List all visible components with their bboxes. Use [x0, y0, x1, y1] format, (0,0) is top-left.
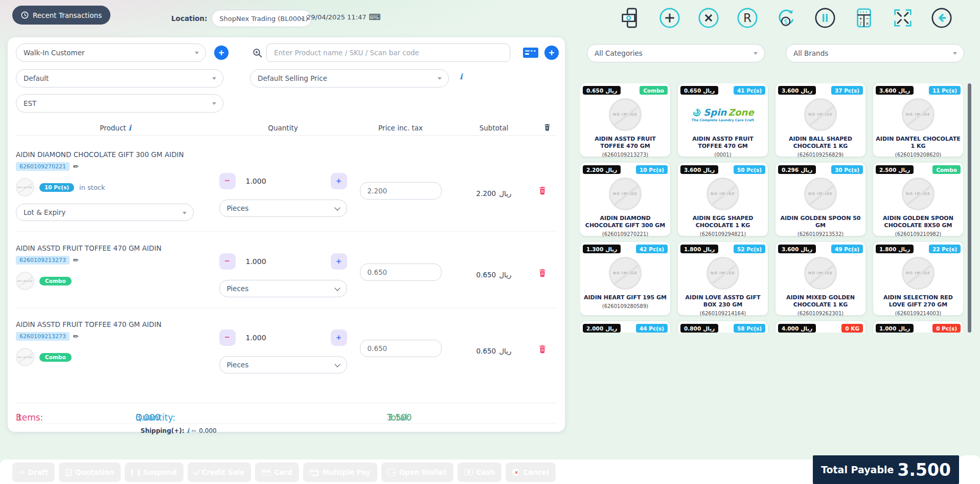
edit-product-icon[interactable]: ✏ — [73, 333, 79, 340]
footer-action-button[interactable]: Draft — [12, 463, 55, 482]
stock-badge: Combo — [932, 165, 961, 174]
remove-row-button[interactable] — [537, 268, 548, 279]
zoom-search-icon[interactable] — [252, 48, 263, 58]
customer-select[interactable]: Walk-In Customer — [16, 43, 206, 62]
product-card[interactable]: 1.300ريال 42 Pc(s) NO IMAGE AIDIN HEART … — [580, 242, 670, 315]
brands-select[interactable]: All Brands — [786, 44, 964, 62]
footer-action-button[interactable]: Multiple Pay — [303, 463, 377, 482]
product-card[interactable]: 3.600ريال 50 Pc(s) NO IMAGE AIDIN EGG SH… — [678, 163, 768, 236]
remove-row-button[interactable] — [537, 344, 548, 355]
price-group-select[interactable]: Default — [16, 69, 223, 87]
cash-register-button[interactable] — [619, 6, 643, 30]
footer-button-icon — [19, 469, 25, 476]
selling-price-info-icon[interactable]: i — [460, 72, 463, 81]
product-card[interactable]: 0.296ريال 30 Pc(s) NO IMAGE AIDIN GOLDEN… — [776, 163, 865, 236]
pause-button[interactable] — [813, 6, 837, 30]
product-name: AIDIN DANTEL CHOCOLATE 1 KG — [873, 136, 963, 150]
pos-screen: Recent Transactions Location: ShopNex Tr… — [0, 0, 980, 484]
price-badge: 2.000ريال — [583, 324, 621, 333]
calculator-button[interactable]: +−/× — [852, 6, 876, 30]
price-input[interactable] — [360, 340, 442, 357]
product-card[interactable]: 3.600ريال 37 Pc(s) NO IMAGE AIDIN BALL S… — [776, 83, 865, 157]
edit-product-icon[interactable]: ✏ — [73, 163, 79, 170]
add-customer-button[interactable]: + — [214, 46, 229, 60]
trash-icon — [537, 268, 548, 278]
product-card[interactable]: 0.800ريال 58 Pc(s) NO IMAGE — [678, 321, 768, 333]
quantity-increase-button[interactable]: + — [331, 329, 347, 346]
shipping-edit-icon[interactable]: ✏ — [192, 428, 196, 434]
product-card[interactable]: 2.500ريال Combo NO IMAGE AIDIN GOLDEN SP… — [873, 163, 963, 236]
keyboard-icon[interactable]: ⌨ — [369, 12, 381, 22]
stock-badge: 49 Pc(s) — [831, 245, 863, 253]
edit-product-icon[interactable]: ✏ — [73, 256, 79, 264]
unit-select[interactable]: Pieces — [219, 356, 347, 373]
footer-action-button[interactable]: Open Wallet — [381, 463, 453, 482]
refund-button[interactable]: $ — [774, 6, 798, 30]
price-badge: 0.650ريال — [680, 86, 718, 95]
product-image-placeholder: NO IMAGE — [776, 98, 865, 131]
price-input[interactable] — [360, 182, 442, 200]
stock-badge: Combo — [640, 86, 668, 95]
quantity-increase-button[interactable]: + — [331, 253, 347, 270]
cart-product-cell: AIDIN ASSTD FRUIT TOFFEE 470 GM AIDIN 62… — [16, 320, 215, 373]
register-button[interactable]: R — [736, 6, 759, 30]
fullscreen-button[interactable] — [891, 6, 915, 30]
recent-transactions-button[interactable]: Recent Transactions — [12, 6, 110, 25]
product-card[interactable]: 2.200ريال 10 Pc(s) NO IMAGE AIDIN DIAMON… — [580, 163, 670, 236]
categories-select[interactable]: All Categories — [587, 44, 765, 62]
product-code: (6260109270221) — [580, 231, 670, 237]
keypad-icon[interactable] — [523, 48, 538, 58]
price-input[interactable] — [360, 263, 442, 281]
product-grid: 0.650ريال Combo NO IMAGE AIDIN ASSTD FRU… — [580, 83, 964, 333]
back-button[interactable] — [930, 6, 953, 30]
product-card[interactable]: 0.650ريال 41 Pc(s) Spin Zone The Complet… — [678, 83, 768, 157]
close-button[interactable] — [697, 6, 720, 30]
unit-value: Pieces — [227, 204, 249, 212]
selling-price-select[interactable]: Default Selling Price — [250, 69, 449, 87]
product-card[interactable]: 1.000ريال 0 Pc(s) NO IMAGE — [873, 321, 963, 333]
product-info-icon[interactable]: i — [128, 123, 131, 133]
barcode-badge: 6260109270221 — [16, 162, 70, 171]
footer-action-button[interactable]: Quotation — [59, 463, 121, 482]
no-image-icon: NO IMAGE — [609, 257, 642, 290]
product-card[interactable]: 3.600ريال 49 Pc(s) NO IMAGE AIDIN MIXED … — [776, 242, 865, 315]
footer-action-button[interactable]: Card — [255, 463, 299, 482]
footer-action-button[interactable]: Cancel — [506, 463, 555, 482]
product-card[interactable]: 0.650ريال Combo NO IMAGE AIDIN ASSTD FRU… — [580, 83, 670, 157]
grid-scrollbar[interactable] — [968, 83, 971, 333]
product-name: AIDIN DIAMOND CHOCOLATE GIFT 300 GM — [580, 215, 670, 229]
quantity-decrease-button[interactable]: − — [219, 253, 236, 270]
quantity-value: 1.000 — [246, 177, 266, 185]
product-card[interactable]: 2.000ريال 44 Pc(s) NO IMAGE — [580, 321, 670, 333]
combo-badge: Combo — [39, 353, 72, 362]
quantity-increase-button[interactable]: + — [331, 173, 347, 189]
product-search-input[interactable] — [266, 43, 510, 62]
product-card[interactable]: 3.600ريال 11 Pc(s) NO IMAGE AIDIN DANTEL… — [873, 83, 963, 157]
col-subtotal: Subtotal — [450, 124, 537, 132]
quantity-decrease-button[interactable]: − — [219, 173, 236, 189]
total-payable-box: Total Payable 3.500 — [813, 455, 959, 484]
refund-icon: $ — [774, 6, 798, 30]
lot-expiry-select[interactable]: Lot & Expiry — [16, 204, 194, 221]
unit-select[interactable]: Pieces — [219, 280, 347, 297]
footer-action-button[interactable]: Cash — [458, 463, 502, 482]
add-product-button[interactable]: + — [544, 46, 559, 60]
product-name: AIDIN HEART GIFT 195 GM — [580, 294, 670, 301]
product-card[interactable]: 1.800ريال 52 Pc(s) NO IMAGE AIDIN LOVE A… — [678, 242, 768, 315]
footer-action-button[interactable]: Suspend — [125, 463, 183, 482]
product-code: (6260109262301) — [776, 311, 865, 316]
quantity-decrease-button[interactable]: − — [219, 329, 236, 346]
product-thumbnail: NO IMAGE — [16, 272, 34, 290]
shipping-info-icon[interactable]: i — [187, 427, 190, 434]
combo-badge: Combo — [39, 277, 72, 285]
product-card[interactable]: 4.000ريال 0 KG NO IMAGE — [776, 321, 865, 333]
unit-select[interactable]: Pieces — [219, 200, 347, 217]
add-button[interactable] — [658, 6, 681, 30]
product-card[interactable]: 1.800ريال 22 Pc(s) NO IMAGE AIDIN SELECT… — [873, 242, 963, 315]
warehouse-select[interactable]: EST — [16, 94, 223, 113]
footer-action-button[interactable]: Credit Sale — [188, 463, 252, 482]
product-image-placeholder: NO IMAGE — [776, 256, 865, 290]
no-image-icon: NO IMAGE — [609, 98, 642, 131]
location-select[interactable]: ShopNex Trading (BL0001) — [212, 10, 312, 27]
remove-row-button[interactable] — [537, 185, 548, 196]
